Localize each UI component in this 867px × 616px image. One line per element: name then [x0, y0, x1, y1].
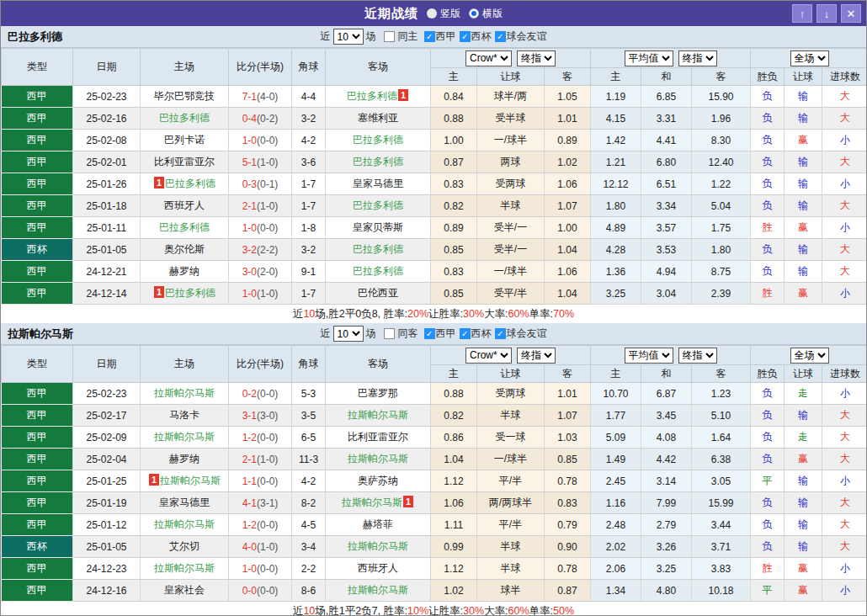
score-cell: 4-1(3-1) — [229, 492, 292, 514]
team-label: 拉斯帕尔马斯 — [160, 475, 221, 486]
same-venue-label: 同客 — [398, 327, 418, 341]
score-cell: 0-4(0-2) — [229, 108, 292, 130]
league-cell: 西甲 — [2, 173, 73, 195]
goals-result-cell: 大 — [822, 239, 867, 261]
league-checkbox-label: 球会友谊 — [507, 327, 547, 339]
fulltime-select[interactable]: 全场 — [790, 50, 829, 66]
away-team-cell: 拉斯帕尔马斯 — [326, 405, 431, 427]
home-odds-cell: 0.83 — [431, 261, 477, 283]
matches-table: 类型 日期 主场 比分(半场) 角球 客场 Crow* 终指 — [1, 345, 867, 602]
fulltime-select[interactable]: 全场 — [790, 348, 829, 364]
handicap-cell: 半球 — [477, 405, 545, 427]
odds-time-select-1[interactable]: 终指 — [517, 348, 556, 364]
away-team-cell: 赫塔菲 — [326, 514, 431, 536]
recent-count-select[interactable]: 10 — [333, 29, 364, 45]
bookmaker-select[interactable]: Crow* — [465, 348, 512, 364]
radio-vertical-label: 竖版 — [440, 7, 460, 21]
league-checkbox[interactable] — [460, 31, 471, 42]
corner-cell: 9-1 — [292, 261, 326, 283]
league-cell: 西甲 — [2, 86, 73, 108]
team-label: 皇家马德里 — [353, 178, 403, 189]
score-cell: 4-0(1-0) — [229, 536, 292, 558]
col-header-score: 比分(半场) — [229, 346, 292, 383]
average-select[interactable]: 平均值 — [625, 348, 673, 364]
move-up-button[interactable]: ↑ — [792, 4, 812, 23]
league-cell: 西甲 — [2, 108, 73, 130]
same-venue-checkbox[interactable] — [384, 31, 395, 42]
layout-vertical-radio[interactable]: 竖版 — [427, 7, 460, 21]
league-checkbox[interactable] — [424, 328, 435, 339]
match-row: 西甲25-01-12拉斯帕尔马斯1-2(0-0)4-5赫塔菲1.11平/半0.7… — [2, 514, 867, 536]
score-cell: 1-0(0-0) — [229, 217, 292, 239]
summary-segment: 60% — [508, 605, 529, 616]
avg-away-cell: 3.83 — [692, 558, 751, 580]
home-team-cell: 赫罗纳 — [141, 261, 229, 283]
score-cell: 3-1(3-0) — [229, 405, 292, 427]
layout-horizontal-radio[interactable]: 横版 — [469, 7, 503, 21]
avg-away-cell: 1.23 — [692, 383, 751, 405]
match-row: 西甲24-12-141巴拉多利德1-0(1-0)1-7巴伦西亚0.85受平/半1… — [2, 283, 867, 305]
corner-cell: 11-3 — [292, 449, 326, 470]
odds-time-select-2[interactable]: 终指 — [678, 50, 717, 66]
match-row: 西甲25-02-23拉斯帕尔马斯0-2(0-0)5-3巴塞罗那0.88受两球1.… — [2, 383, 867, 405]
score-cell: 1-2(0-0) — [229, 427, 292, 449]
handicap-result-cell: 赢 — [785, 130, 822, 151]
home-team-cell: 奥尔伦斯 — [141, 239, 229, 261]
close-button[interactable]: ✕ — [841, 4, 861, 23]
team-label: 巴拉多利德 — [353, 265, 403, 277]
score-cell: 0-2(0-0) — [229, 383, 292, 405]
avg-home-cell: 1.77 — [591, 405, 641, 427]
avg-home-cell: 12.12 — [591, 173, 641, 195]
team-label: 巴拉多利德 — [353, 156, 403, 167]
handicap-cell: 半球 — [477, 536, 545, 558]
avg-home-cell: 4.89 — [591, 217, 641, 239]
odds-time-select-1[interactable]: 终指 — [517, 50, 556, 66]
score-cell: 0-3(0-1) — [229, 173, 292, 195]
score-cell: 1-0(1-0) — [229, 283, 292, 305]
handicap-cell: 受两球 — [477, 173, 545, 195]
league-checkbox[interactable] — [495, 328, 506, 339]
odds-time-select-2[interactable]: 终指 — [678, 348, 717, 364]
move-down-button[interactable]: ↓ — [816, 4, 837, 23]
league-checkbox[interactable] — [495, 31, 506, 42]
summary-segment: 让胜率: — [428, 307, 463, 321]
avg-draw-cell: 6.80 — [641, 151, 692, 173]
avg-home-cell: 1.80 — [591, 195, 641, 217]
goals-result-cell: 小 — [822, 383, 867, 405]
home-odds-cell: 1.12 — [431, 470, 477, 492]
away-team-cell: 拉斯帕尔马斯1 — [326, 492, 431, 514]
away-odds-cell: 0.83 — [545, 492, 591, 514]
league-checkbox[interactable] — [424, 31, 435, 42]
corner-cell: 8-6 — [292, 580, 326, 602]
corner-cell: 3-4 — [292, 536, 326, 558]
away-odds-cell: 1.06 — [545, 261, 591, 283]
average-select[interactable]: 平均值 — [625, 50, 673, 66]
away-team-cell: 拉斯帕尔马斯 — [326, 536, 431, 558]
match-row: 西甲25-02-08巴列卡诺1-0(0-0)4-2巴拉多利德1.00一/球半0.… — [2, 130, 867, 151]
bookmaker-select[interactable]: Crow* — [465, 50, 512, 66]
result-cell: 负 — [751, 427, 785, 449]
handicap-result-cell: 输 — [785, 108, 822, 130]
league-checkbox[interactable] — [460, 328, 471, 339]
recent-count-select[interactable]: 10 — [333, 326, 364, 342]
team-label: 巴拉多利德 — [353, 134, 403, 146]
same-venue-checkbox[interactable] — [384, 328, 395, 339]
team-label: 西班牙人 — [164, 199, 205, 211]
team-label: 拉斯帕尔马斯 — [154, 518, 215, 530]
team-name: 拉斯帕尔马斯 — [8, 327, 73, 342]
col-header-away: 客场 — [326, 49, 431, 86]
sub-col-header: 胜负 — [751, 365, 785, 383]
result-cell: 负 — [751, 405, 785, 427]
home-odds-cell: 0.89 — [431, 217, 477, 239]
result-cell: 负 — [751, 536, 785, 558]
summary-text: 近10场,胜2平0负8, 胜率:20% 让胜率:30% 大率:60% 单率:70… — [1, 305, 866, 323]
team-label: 艾尔切 — [169, 540, 199, 552]
team-label: 巴伦西亚 — [358, 287, 398, 299]
avg-away-cell: 15.99 — [692, 492, 751, 514]
sub-col-header: 客 — [692, 365, 751, 383]
match-row: 西甲25-01-18西班牙人2-1(1-0)1-7巴拉多利德0.82半球1.07… — [2, 195, 867, 217]
goals-result-cell: 大 — [822, 514, 867, 536]
home-odds-cell: 1.11 — [431, 514, 477, 536]
goals-result-cell: 大 — [822, 108, 867, 130]
date-cell: 25-02-23 — [73, 86, 141, 108]
